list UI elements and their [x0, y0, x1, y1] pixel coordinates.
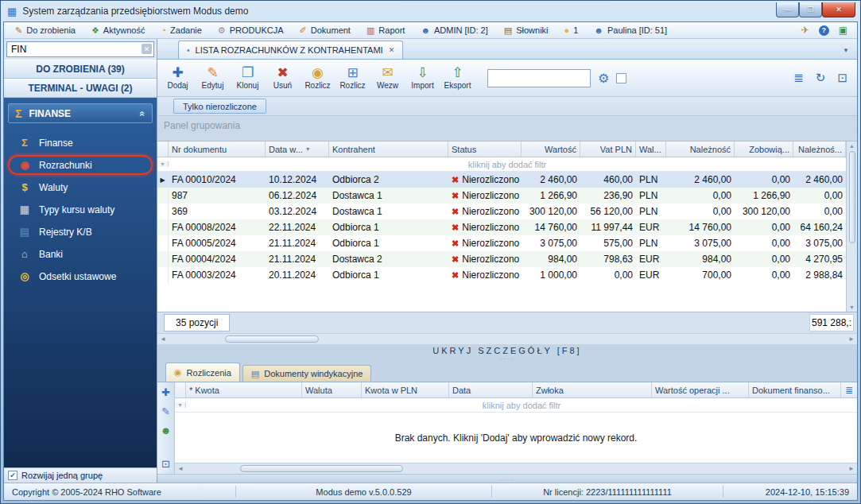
bottom-splitter[interactable]: ∙∙∙∙: [157, 474, 857, 483]
collapse-chevron-icon[interactable]: «: [138, 110, 149, 116]
sidebar-item-rozrachunki[interactable]: ◉Rozrachunki: [8, 155, 153, 175]
horizontal-scrollbar[interactable]: ◄ ►: [157, 333, 857, 344]
column-header-waluta[interactable]: Waluta: [302, 382, 362, 397]
table-row[interactable]: FA 00008/202422.11.2024Odbiorca 1✖Nieroz…: [157, 219, 846, 235]
tab-dropdown-icon[interactable]: ▼: [840, 47, 852, 54]
column-header-data[interactable]: Data w...▼: [266, 142, 329, 157]
menu-item-admin[interactable]: ☻ADMIN [ID: 2]: [413, 22, 495, 38]
details-toggle[interactable]: UKRYJ SZCZEGÓŁY [F8] ∙∙∙∙: [157, 344, 857, 362]
cell-wartosc: 2 460,00: [522, 172, 580, 188]
scroll-down-icon[interactable]: ▼: [849, 304, 855, 310]
expand-one-group-checkbox[interactable]: ✔: [8, 471, 17, 480]
maximize-button[interactable]: ❐: [799, 2, 822, 17]
column-header-kwota-pln[interactable]: Kwota w PLN: [362, 382, 449, 397]
detail-scroll-right-icon[interactable]: ►: [846, 465, 857, 472]
import-button[interactable]: ⇩Import: [405, 61, 440, 95]
scroll-right-icon[interactable]: ►: [846, 335, 857, 343]
menu-item-produkcja[interactable]: ⚙PRODUKCJA: [210, 22, 292, 38]
column-chooser-icon[interactable]: ≣: [793, 71, 804, 85]
dodaj-button[interactable]: ✚Dodaj: [161, 61, 195, 95]
column-header-waluta[interactable]: Wal...: [636, 142, 666, 157]
menu-item-raport[interactable]: ▥Raport: [359, 22, 413, 38]
add-icon[interactable]: ✚: [161, 386, 170, 398]
vertical-scrollbar[interactable]: ▲ ▼: [846, 142, 857, 312]
klonuj-button[interactable]: ❐Klonuj: [231, 61, 265, 95]
table-row[interactable]: FA 00004/202421.11.2024Dostawca 2✖Nieroz…: [157, 251, 846, 267]
menu-item-dokument[interactable]: ✐Dokument: [292, 22, 359, 38]
column-header-zwloka[interactable]: Zwłoka: [533, 382, 652, 397]
edytuj-button[interactable]: ✎Edytuj: [196, 61, 230, 95]
minimize-button[interactable]: —: [776, 2, 799, 17]
column-header-kwota[interactable]: * Kwota: [186, 382, 302, 397]
menu-item-notifications[interactable]: ●1: [557, 22, 587, 38]
column-header-nr-dokumentu[interactable]: Nr dokumentu: [169, 142, 266, 157]
menu-item-zadanie[interactable]: ◔Zadanie: [153, 22, 209, 38]
detail-header-row: * KwotaWalutaKwota w PLNDataZwłokaWartoś…: [175, 382, 857, 398]
column-header-naleznosc-pln[interactable]: Należnoś...: [793, 142, 846, 157]
toolbar-checkbox[interactable]: [616, 73, 626, 83]
sidebar-item-rejestry-kb[interactable]: ▤Rejestry K/B: [10, 222, 151, 242]
sidebar-item-banki[interactable]: ⌂Banki: [10, 244, 151, 264]
sidebar-group-do-zrobienia[interactable]: DO ZROBIENIA (39): [4, 60, 157, 79]
table-row[interactable]: 98706.12.2024Dostawca 1✖Nierozliczono1 2…: [157, 188, 846, 204]
usun-button[interactable]: ✖Usuń: [266, 61, 300, 95]
column-header-status[interactable]: Status: [448, 142, 522, 157]
column-header-wartosc[interactable]: Wartość: [522, 142, 580, 157]
gear-icon[interactable]: ⚙: [598, 71, 609, 86]
menu-item-user[interactable]: ☻Paulina [ID: 51]: [586, 22, 675, 38]
sidebar-group-terminal-uwagi[interactable]: TERMINAL - UWAGI (2): [4, 79, 157, 98]
layout-icon[interactable]: ⊡: [837, 71, 847, 85]
column-header-naleznosc[interactable]: Należność: [666, 142, 735, 157]
eksport-button[interactable]: ⇧Eksport: [440, 61, 475, 95]
sidebar-group-finanse[interactable]: Σ FINANSE «: [8, 103, 153, 123]
sidebar-search-input[interactable]: [6, 41, 154, 57]
edit-icon[interactable]: ✎: [161, 405, 170, 417]
hscrollbar-thumb[interactable]: [225, 335, 319, 343]
wezw-button[interactable]: ✉Wezw: [370, 61, 405, 95]
scroll-left-icon[interactable]: ◄: [157, 335, 169, 343]
detail-scroll-left-icon[interactable]: ◄: [175, 465, 186, 472]
table-row[interactable]: FA 00003/202420.11.2024Odbiorca 1✖Nieroz…: [157, 267, 846, 283]
tab-dokumenty-windykacyjne[interactable]: ▤Dokumenty windykacyjne: [242, 365, 372, 382]
group-panel[interactable]: Panel grupowania: [157, 116, 857, 142]
table-row[interactable]: ▶FA 00010/202410.12.2024Odbiorca 2✖Niero…: [157, 172, 846, 188]
column-header-dokument-finansowy[interactable]: Dokument finanso...: [749, 382, 841, 397]
clear-search-icon[interactable]: ✕: [142, 44, 152, 54]
tab-rozliczenia[interactable]: ◉Rozliczenia: [165, 362, 240, 382]
close-button[interactable]: ✕: [822, 2, 855, 17]
scroll-up-icon[interactable]: ▲: [849, 143, 855, 149]
menu-item-slowniki[interactable]: ▤Słowniki: [496, 22, 557, 38]
tylko-nierozliczone-button[interactable]: Tylko nierozliczone: [173, 99, 266, 114]
column-header-kontrahent[interactable]: Kontrahent: [329, 142, 448, 157]
chat-icon[interactable]: ▣: [839, 25, 847, 36]
detail-filter-row[interactable]: ▼ kliknij aby dodać filtr: [175, 398, 857, 413]
grid-filter-row[interactable]: ▼ kliknij aby dodać filtr: [157, 157, 846, 172]
tab-close-icon[interactable]: ✕: [389, 46, 395, 54]
column-header-vat-pln[interactable]: Vat PLN: [580, 142, 636, 157]
cell-naleznosc-pln: 3 075,00: [793, 235, 846, 251]
sidebar-item-odsetki-ustawowe[interactable]: ◎Odsetki ustawowe: [10, 266, 151, 286]
sidebar-item-typy-kursu-waluty[interactable]: ▦Typy kursu waluty: [10, 200, 151, 219]
rozlicz-grid-button[interactable]: ⊞Rozlicz: [335, 61, 370, 95]
column-header-data[interactable]: Data: [449, 382, 533, 397]
help-icon[interactable]: ?: [819, 25, 829, 36]
rozlicz-coins-button[interactable]: ◉Rozlicz: [301, 61, 335, 95]
layout-icon[interactable]: ⊡: [161, 458, 170, 470]
refresh-icon[interactable]: ↻: [816, 71, 826, 85]
table-row[interactable]: FA 00005/202421.11.2024Odbiorca 1✖Nieroz…: [157, 235, 846, 251]
vscrollbar-thumb[interactable]: [849, 151, 855, 243]
send-icon[interactable]: ✈: [801, 25, 809, 36]
detail-column-chooser-icon[interactable]: ≣: [841, 382, 857, 397]
table-row[interactable]: 36903.12.2024Dostawca 1✖Nierozliczono300…: [157, 204, 846, 219]
sidebar-item-finanse[interactable]: ΣFinanse: [10, 133, 151, 153]
tab-lista-rozrachunkow[interactable]: • LISTA ROZRACHUNKÓW Z KONTRAHENTAMI ✕: [178, 41, 403, 59]
detail-hscrollbar-thumb[interactable]: [240, 465, 403, 472]
menu-item-do-zrobienia[interactable]: ✎Do zrobienia: [7, 22, 83, 38]
toolbar-search-input[interactable]: [487, 69, 591, 87]
menu-item-aktywnosc[interactable]: ❖Aktywność: [83, 22, 153, 38]
transfer-icon[interactable]: ☻: [161, 425, 172, 436]
column-header-zobowiazanie[interactable]: Zobowią...: [735, 142, 793, 157]
sidebar-item-waluty[interactable]: $Waluty: [10, 177, 151, 197]
column-header-wartosc-operacji[interactable]: Wartość operacji ...: [652, 382, 749, 397]
detail-horizontal-scrollbar[interactable]: ◄ ►: [175, 463, 857, 474]
